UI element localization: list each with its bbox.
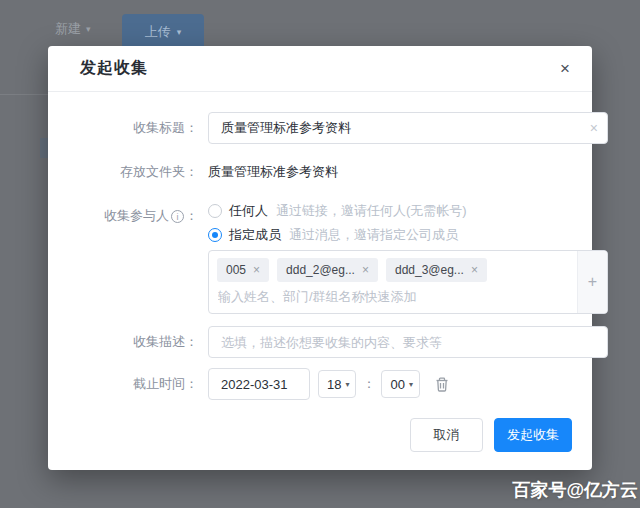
collection-title-input[interactable]	[208, 112, 608, 144]
create-collection-dialog: 发起收集 × 收集标题： × 存放文件夹： 质量管理标准参考资料 收集参与人i：	[48, 46, 592, 470]
deadline-hour-select[interactable]: 18 ▾	[318, 370, 356, 398]
background-list-item	[40, 138, 48, 158]
time-separator: ：	[362, 375, 375, 393]
chevron-down-icon: ▾	[86, 24, 91, 34]
chevron-down-icon: ▾	[177, 27, 182, 37]
remove-tag-icon[interactable]: ×	[362, 263, 369, 277]
storage-folder-label: 存放文件夹：	[78, 162, 208, 182]
member-search-input[interactable]	[218, 289, 548, 304]
member-tags: 005 × ddd_2@eg... × ddd_3@eg... ×	[209, 251, 607, 282]
collection-title-row: 收集标题： ×	[78, 112, 570, 144]
participant-option-anyone-label[interactable]: 任何人	[229, 202, 268, 220]
watermark: 百家号@亿方云	[512, 478, 638, 502]
info-icon: i	[171, 210, 184, 223]
upload-button-label: 上传	[145, 23, 171, 41]
member-tag-label: ddd_2@eg...	[286, 263, 355, 277]
description-input[interactable]	[208, 326, 608, 358]
participants-label: 收集参与人i：	[78, 200, 208, 232]
trash-icon[interactable]	[434, 376, 450, 393]
new-button-label: 新建	[55, 20, 81, 38]
deadline-date-input[interactable]: 2022-03-31	[208, 368, 310, 400]
plus-icon: +	[588, 273, 597, 291]
deadline-row: 截止时间： 2022-03-31 18 ▾ ： 00 ▾	[78, 368, 570, 400]
radio-unselected-icon[interactable]	[208, 204, 222, 218]
storage-folder-row: 存放文件夹： 质量管理标准参考资料	[78, 162, 570, 182]
participant-option-anyone-hint: 通过链接，邀请任何人(无需帐号)	[276, 202, 467, 220]
chevron-down-icon: ▾	[345, 380, 349, 389]
member-tag: ddd_3@eg... ×	[386, 258, 487, 282]
participant-option-anyone[interactable]: 任何人 通过链接，邀请任何人(无需帐号)	[208, 200, 608, 222]
dialog-header: 发起收集 ×	[48, 46, 592, 92]
collection-title-label: 收集标题：	[78, 112, 208, 144]
member-tag: 005 ×	[217, 258, 269, 282]
dialog-title: 发起收集	[80, 58, 148, 79]
deadline-hour-value: 18	[327, 377, 341, 392]
deadline-minute-value: 00	[390, 377, 404, 392]
remove-tag-icon[interactable]: ×	[471, 263, 478, 277]
background-divider	[0, 94, 48, 95]
radio-selected-icon[interactable]	[208, 228, 222, 242]
cancel-button[interactable]: 取消	[410, 418, 483, 452]
add-member-button[interactable]: +	[577, 251, 607, 313]
submit-button[interactable]: 发起收集	[494, 418, 572, 452]
remove-tag-icon[interactable]: ×	[253, 263, 260, 277]
deadline-minute-select[interactable]: 00 ▾	[381, 370, 419, 398]
member-tag-label: 005	[226, 263, 246, 277]
new-button[interactable]: 新建 ▾	[55, 20, 91, 38]
upload-button[interactable]: 上传 ▾	[122, 14, 204, 50]
participant-option-members-label[interactable]: 指定成员	[229, 226, 281, 244]
description-label: 收集描述：	[78, 326, 208, 358]
description-row: 收集描述：	[78, 326, 570, 358]
chevron-down-icon: ▾	[409, 380, 413, 389]
member-tag: ddd_2@eg... ×	[277, 258, 378, 282]
storage-folder-value: 质量管理标准参考资料	[208, 162, 570, 182]
close-icon[interactable]: ×	[560, 60, 570, 77]
dialog-footer: 取消 发起收集	[410, 418, 572, 452]
dialog-body: 收集标题： × 存放文件夹： 质量管理标准参考资料 收集参与人i： 任何人 通过…	[48, 92, 592, 400]
participant-option-members-hint: 通过消息，邀请指定公司成员	[289, 226, 458, 244]
participant-option-members[interactable]: 指定成员 通过消息，邀请指定公司成员	[208, 224, 608, 246]
participants-row: 收集参与人i： 任何人 通过链接，邀请任何人(无需帐号) 指定成员 通过消息，邀…	[78, 200, 570, 314]
deadline-label: 截止时间：	[78, 368, 208, 400]
member-picker[interactable]: 005 × ddd_2@eg... × ddd_3@eg... ×	[208, 250, 608, 314]
clear-input-icon[interactable]: ×	[590, 120, 598, 136]
member-tag-label: ddd_3@eg...	[395, 263, 464, 277]
